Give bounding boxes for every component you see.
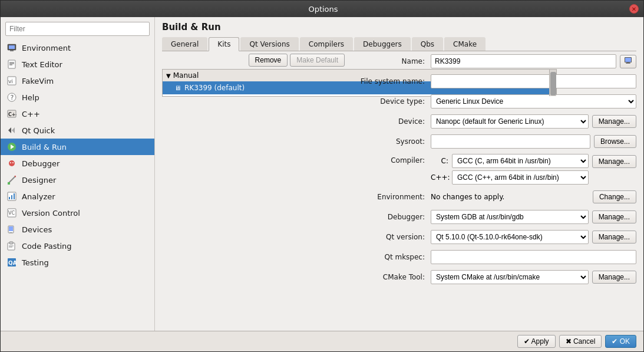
device-manage-button[interactable]: Manage... [592, 115, 636, 128]
tab-qt-versions[interactable]: Qt Versions [240, 37, 298, 51]
form-row-qt-version: Qt version: Qt 5.10.0 (Qt-5.10.0-rk64one… [354, 229, 636, 245]
environment-change-button[interactable]: Change... [593, 190, 636, 203]
sidebar-item-debugger-label: Debugger [22, 159, 60, 168]
cancel-x-icon: ✖ [566, 337, 573, 346]
svg-rect-39 [625, 58, 631, 62]
svg-text:C++: C++ [8, 112, 16, 117]
qt-version-select[interactable]: Qt 5.10.0 (Qt-5.10.0-rk64one-sdk) [431, 230, 589, 244]
sidebar-item-environment-label: Environment [22, 44, 71, 52]
sidebar-item-build-run-label: Build & Run [22, 143, 67, 152]
sidebar-item-version-control-label: Version Control [22, 209, 80, 218]
ok-checkmark-icon: ✔ [612, 337, 619, 346]
filter-input[interactable] [5, 22, 150, 36]
cmake-tool-select[interactable]: System CMake at /usr/bin/cmake [431, 270, 589, 284]
device-label: Device: [354, 117, 431, 126]
ok-button[interactable]: ✔ OK [605, 335, 636, 348]
compiler-c-select[interactable]: GCC (C, arm 64bit in /usr/bin) [452, 154, 589, 168]
form-row-device: Device: Nanopc (default for Generic Linu… [354, 114, 636, 129]
filesystem-input[interactable] [431, 74, 636, 88]
device-type-select[interactable]: Generic Linux Device [431, 94, 636, 108]
compiler-c-row: C: GCC (C, arm 64bit in /usr/bin) [431, 154, 589, 168]
sidebar-item-text-editor[interactable]: Text Editor [1, 56, 154, 73]
tab-compilers[interactable]: Compilers [300, 37, 353, 51]
remove-button[interactable]: Remove [249, 54, 288, 67]
sidebar-item-devices-label: Devices [22, 225, 52, 234]
form-row-device-type: Device type: Generic Linux Device [354, 94, 636, 109]
svg-rect-40 [626, 62, 630, 63]
sidebar-item-code-pasting[interactable]: Code Pasting [1, 238, 154, 254]
svg-rect-33 [9, 242, 13, 244]
apply-button[interactable]: ✔ Apply [517, 335, 556, 348]
kit-item-label: RK3399 (default) [184, 84, 245, 92]
main-content: Environment Text Editor vi FakeVim ? Hel… [1, 17, 643, 331]
environment-label: Environment: [354, 193, 431, 201]
debugger-label: Debugger: [354, 213, 431, 221]
sidebar-item-code-pasting-label: Code Pasting [22, 242, 72, 251]
compiler-cpp-select[interactable]: GCC (C++, arm 64bit in /usr/bin) [452, 170, 589, 185]
make-default-button[interactable]: Make Default [290, 54, 345, 67]
analyzer-icon [6, 191, 17, 202]
svg-text:vi: vi [8, 78, 13, 84]
sidebar-item-version-control[interactable]: VC Version Control [1, 205, 154, 221]
svg-marker-14 [12, 127, 15, 133]
tab-cmake[interactable]: CMake [444, 37, 486, 51]
name-input[interactable] [431, 54, 616, 68]
sidebar-item-testing[interactable]: QA Testing [1, 254, 154, 271]
sidebar-item-debugger[interactable]: Debugger [1, 155, 154, 172]
sidebar-item-environment[interactable]: Environment [1, 40, 154, 56]
svg-rect-25 [11, 195, 12, 199]
svg-text:?: ? [11, 94, 14, 101]
qt-version-manage-button[interactable]: Manage... [592, 231, 636, 244]
tab-general[interactable]: General [162, 37, 207, 51]
compiler-manage-button[interactable]: Manage... [592, 155, 636, 168]
designer-icon [6, 175, 17, 185]
compiler-label: Compiler: [354, 154, 431, 165]
svg-rect-3 [8, 60, 15, 68]
debugger-select[interactable]: System GDB at /usr/bin/gdb [431, 210, 589, 224]
svg-point-19 [12, 162, 14, 163]
kits-panel: Remove Make Default ▼ Manual 🖥 [162, 51, 636, 331]
fakevim-icon: vi [6, 75, 17, 86]
testing-icon: QA [6, 257, 17, 268]
version-control-icon: VC [6, 208, 17, 218]
code-pasting-icon [6, 241, 17, 251]
kits-scrollbar-thumb [550, 72, 556, 96]
environment-icon [6, 42, 17, 53]
qt-mkspec-input[interactable] [431, 250, 636, 264]
sidebar-item-fakevim[interactable]: vi FakeVim [1, 73, 154, 89]
svg-point-18 [10, 162, 11, 163]
name-icon-button[interactable] [620, 55, 636, 68]
sidebar-item-help-label: Help [22, 93, 39, 102]
close-button[interactable]: ✕ [629, 4, 639, 14]
sidebar-item-devices[interactable]: Devices [1, 221, 154, 238]
sidebar-item-qt-quick-label: Qt Quick [22, 126, 55, 135]
svg-rect-24 [9, 197, 10, 199]
sidebar-item-qt-quick[interactable]: Qt Quick [1, 122, 154, 139]
sidebar-item-analyzer[interactable]: Analyzer [1, 188, 154, 205]
device-select[interactable]: Nanopc (default for Generic Linux) [431, 114, 589, 129]
cmake-tool-manage-button[interactable]: Manage... [592, 271, 636, 284]
tab-debuggers[interactable]: Debuggers [354, 37, 411, 51]
tab-kits[interactable]: Kits [209, 37, 239, 51]
debugger-manage-button[interactable]: Manage... [592, 210, 636, 223]
name-row-with-btn [431, 54, 636, 68]
form-row-environment: Environment: No changes to apply. Change… [354, 189, 636, 205]
tab-qbs[interactable]: Qbs [412, 37, 443, 51]
browse-button[interactable]: Browse... [594, 135, 636, 148]
kit-form: Name: File system name: [349, 54, 636, 331]
form-row-sysroot: Sysroot: Browse... [354, 134, 636, 149]
sysroot-input[interactable] [431, 134, 590, 149]
sidebar-item-cpp[interactable]: C++ C++ [1, 106, 154, 122]
sidebar-item-designer[interactable]: Designer [1, 172, 154, 188]
kit-group-label: Manual [173, 71, 199, 80]
help-icon: ? [6, 92, 17, 103]
svg-text:QA: QA [8, 260, 16, 266]
tabs-bar: General Kits Qt Versions Compilers Debug… [162, 37, 636, 51]
kits-scrollbar[interactable] [549, 70, 556, 96]
sidebar-item-build-run[interactable]: Build & Run [1, 139, 154, 155]
device-type-label: Device type: [354, 97, 431, 106]
qt-quick-icon [6, 125, 17, 136]
form-row-debugger: Debugger: System GDB at /usr/bin/gdb Man… [354, 209, 636, 225]
sidebar-item-help[interactable]: ? Help [1, 89, 154, 106]
cancel-button[interactable]: ✖ Cancel [559, 335, 602, 348]
